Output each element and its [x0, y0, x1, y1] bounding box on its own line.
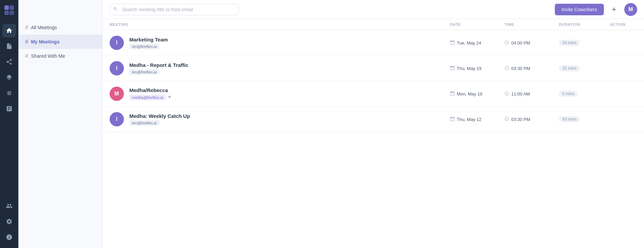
duration-badge: 43 mins — [559, 116, 580, 122]
col-action: ACTION — [610, 22, 637, 26]
sidebar-item-shared-with-me[interactable]: # Shared With Me — [18, 49, 102, 63]
meeting-cell-name: M Medha/Rebecca medha@fireflies.ai — [110, 87, 450, 101]
hash-icon: # — [25, 39, 28, 45]
host-row: len@fireflies.ai — [129, 44, 168, 49]
meeting-cell-name: l Medha: Weekly Catch Up len@fireflies.a… — [110, 112, 450, 126]
date-cell: Tue, May 24 — [450, 40, 504, 46]
duration-cell: 31 mins — [559, 65, 610, 71]
duration-badge: 34 mins — [559, 40, 580, 46]
topbar: Invite Coworkers + M — [103, 0, 644, 19]
col-meeting: MEETING — [110, 22, 450, 26]
meeting-info: Medha - Report & Traffic len@fireflies.a… — [129, 62, 188, 75]
meeting-title: Medha - Report & Traffic — [129, 62, 188, 68]
duration-cell: 0 mins — [559, 91, 610, 97]
duration-badge: 0 mins — [559, 91, 578, 97]
table-header: MEETING DATE TIME DURATION ACTION — [103, 19, 644, 30]
sidebar-item-label: Shared With Me — [31, 53, 65, 59]
sidebar-item-label: My Meetings — [31, 39, 60, 45]
time-cell: 04:00 PM — [504, 40, 559, 46]
date-cell: Thu, May 19 — [450, 66, 504, 71]
date-value: Thu, May 19 — [457, 66, 481, 71]
speaker-icon[interactable] — [168, 94, 173, 100]
table-row[interactable]: l Medha - Report & Traffic len@fireflies… — [103, 56, 644, 81]
host-tag: len@fireflies.ai — [129, 44, 159, 49]
meetings-table: MEETING DATE TIME DURATION ACTION l Mark… — [103, 19, 644, 248]
meeting-cell-name: l Marketing Team len@fireflies.ai — [110, 36, 450, 50]
time-cell: 11:00 AM — [504, 91, 559, 97]
nav-notes[interactable] — [2, 39, 16, 53]
host-row: len@fireflies.ai — [129, 120, 190, 126]
icon-bar — [0, 0, 18, 248]
meeting-avatar: l — [110, 36, 124, 50]
svg-rect-2 — [4, 11, 9, 15]
calendar-icon — [450, 40, 455, 46]
meeting-title: Marketing Team — [129, 37, 168, 42]
clock-icon — [504, 91, 509, 97]
app-logo[interactable] — [3, 4, 15, 16]
host-row: len@fireflies.ai — [129, 69, 188, 75]
date-cell: Thu, May 12 — [450, 117, 504, 122]
calendar-icon — [450, 117, 455, 122]
duration-badge: 31 mins — [559, 65, 580, 71]
date-value: Thu, May 12 — [457, 117, 481, 122]
duration-cell: 34 mins — [559, 40, 610, 46]
meeting-info: Medha/Rebecca medha@fireflies.ai — [129, 87, 173, 100]
nav-analytics[interactable] — [2, 102, 16, 116]
meeting-avatar: M — [110, 87, 124, 101]
col-time: TIME — [504, 22, 559, 26]
time-value: 11:00 AM — [511, 91, 530, 96]
time-value: 04:00 PM — [511, 40, 530, 46]
add-meeting-button[interactable]: + — [608, 3, 620, 16]
host-row: medha@fireflies.ai — [129, 94, 173, 100]
meeting-info: Medha: Weekly Catch Up len@fireflies.ai — [129, 113, 190, 126]
time-value: 03:30 PM — [511, 66, 530, 71]
sidebar-item-my-meetings[interactable]: # My Meetings — [18, 35, 102, 49]
sidebar-item-label: All Meetings — [31, 25, 57, 30]
meeting-title: Medha: Weekly Catch Up — [129, 113, 190, 119]
svg-rect-3 — [10, 11, 14, 15]
date-value: Tue, May 24 — [457, 40, 481, 46]
col-date: DATE — [450, 22, 504, 26]
date-value: Mon, May 16 — [457, 91, 482, 96]
main-content: Invite Coworkers + M MEETING DATE TIME D… — [103, 0, 644, 248]
meeting-avatar: l — [110, 112, 124, 126]
nav-home[interactable] — [2, 24, 16, 37]
user-avatar[interactable]: M — [624, 3, 637, 16]
calendar-icon — [450, 91, 455, 97]
search-input[interactable] — [110, 4, 239, 15]
clock-icon — [504, 66, 509, 71]
duration-cell: 43 mins — [559, 116, 610, 122]
meeting-title: Medha/Rebecca — [129, 87, 173, 93]
meeting-info: Marketing Team len@fireflies.ai — [129, 37, 168, 49]
host-tag: len@fireflies.ai — [129, 69, 159, 75]
host-tag: len@fireflies.ai — [129, 120, 159, 126]
table-row[interactable]: M Medha/Rebecca medha@fireflies.ai Mon, … — [103, 81, 644, 107]
time-cell: 03:30 PM — [504, 66, 559, 71]
meeting-cell-name: l Medha - Report & Traffic len@fireflies… — [110, 61, 450, 75]
time-value: 03:30 PM — [511, 117, 530, 122]
nav-hashtag[interactable] — [2, 86, 16, 100]
svg-rect-1 — [10, 5, 14, 10]
col-duration: DURATION — [559, 22, 610, 26]
nav-settings[interactable] — [2, 215, 16, 228]
time-cell: 03:30 PM — [504, 117, 559, 122]
search-wrap — [110, 4, 239, 15]
nav-share[interactable] — [2, 55, 16, 69]
clock-icon — [504, 117, 509, 122]
invite-coworkers-button[interactable]: Invite Coworkers — [555, 4, 604, 15]
nav-layers[interactable] — [2, 71, 16, 84]
search-icon — [113, 6, 118, 12]
sidebar: # All Meetings # My Meetings # Shared Wi… — [18, 0, 103, 248]
hash-icon: # — [25, 24, 28, 31]
date-cell: Mon, May 16 — [450, 91, 504, 97]
hash-icon: # — [25, 53, 28, 59]
host-tag: medha@fireflies.ai — [129, 95, 166, 100]
nav-users[interactable] — [2, 199, 16, 213]
table-row[interactable]: l Marketing Team len@fireflies.ai Tue, M… — [103, 30, 644, 56]
svg-rect-0 — [4, 5, 9, 10]
sidebar-item-all-meetings[interactable]: # All Meetings — [18, 20, 102, 35]
table-row[interactable]: l Medha: Weekly Catch Up len@fireflies.a… — [103, 107, 644, 132]
clock-icon — [504, 40, 509, 46]
calendar-icon — [450, 66, 455, 71]
nav-info[interactable] — [2, 230, 16, 244]
